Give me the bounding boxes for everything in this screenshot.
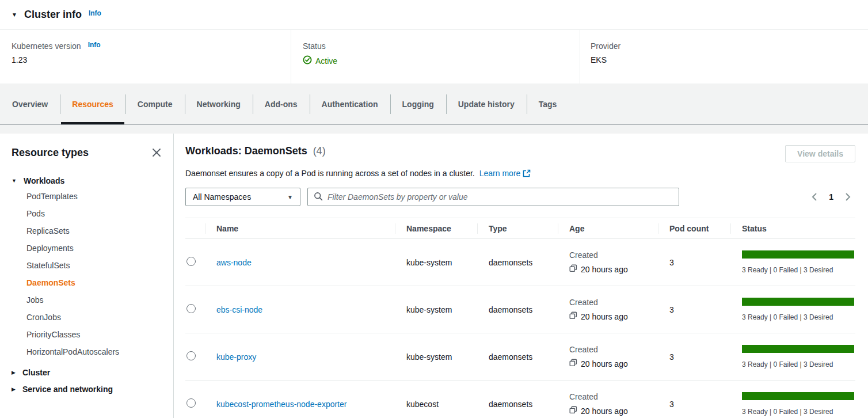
cluster-info-header: ▼ Cluster info Info (0, 0, 868, 30)
table-row: aws-node kube-system daemonsets Created … (185, 239, 855, 286)
status-value: Active (315, 56, 337, 66)
copy-icon[interactable] (569, 311, 577, 321)
check-circle-icon (303, 55, 312, 66)
resource-types-panel: Resource types ▼ Workloads PodTemplates … (0, 134, 174, 418)
sidebar-item[interactable]: Deployments (26, 240, 163, 257)
column-header-status[interactable]: Status (730, 218, 855, 239)
tab[interactable]: Update history (446, 83, 527, 124)
daemonsets-table: Name Namespace Type Age Pod count Status… (185, 218, 855, 418)
provider-field: Provider EKS (580, 30, 868, 83)
kubernetes-version-field: Kubernetes version Info 1.23 (0, 30, 291, 83)
tab[interactable]: Tags (527, 83, 569, 124)
chevron-down-icon: ▼ (287, 194, 293, 200)
copy-icon[interactable] (569, 406, 577, 416)
status-text: 3 Ready | 0 Failed | 3 Desired (742, 408, 855, 416)
namespace-select-value: All Namespaces (193, 192, 251, 202)
status-bar (742, 250, 854, 259)
daemonset-name-link[interactable]: kube-proxy (216, 352, 256, 362)
search-icon (314, 192, 323, 203)
sidebar-item[interactable]: StatefulSets (26, 257, 163, 274)
type-cell: daemonsets (489, 352, 532, 362)
panel-title: Workloads: DaemonSets (185, 145, 307, 157)
resource-tree: ▼ Workloads PodTemplates Pods ReplicaSet… (12, 176, 163, 394)
previous-page-icon[interactable] (810, 192, 818, 202)
sidebar-item[interactable]: PodTemplates (26, 188, 163, 205)
workloads-items: PodTemplates Pods ReplicaSets Deployment… (26, 188, 163, 360)
panel-description: Daemonset ensures a copy of a Pod is run… (185, 168, 855, 178)
tab[interactable]: Add-ons (253, 83, 310, 124)
row-radio-button[interactable] (186, 304, 196, 313)
row-radio-button[interactable] (186, 351, 196, 360)
sidebar-item[interactable]: Jobs (26, 291, 163, 309)
daemonset-name-link[interactable]: ebs-csi-node (216, 305, 262, 314)
overview-panel: Kubernetes version Info 1.23 Status Acti… (0, 30, 868, 83)
status-text: 3 Ready | 0 Failed | 3 Desired (742, 266, 855, 274)
namespace-cell: kube-system (406, 305, 452, 314)
daemonset-name-link[interactable]: kubecost-prometheus-node-exporter (216, 400, 347, 409)
next-page-icon[interactable] (844, 192, 852, 202)
tab[interactable]: Overview (0, 83, 60, 124)
column-header-pod-count[interactable]: Pod count (658, 218, 730, 239)
column-header-namespace[interactable]: Namespace (395, 218, 477, 239)
kubernetes-version-info-link[interactable]: Info (88, 41, 101, 49)
pod-count-cell: 3 (669, 352, 674, 362)
tab[interactable]: Resources (60, 83, 125, 124)
sidebar-item[interactable]: HorizontalPodAutoscalers (26, 343, 163, 360)
copy-icon[interactable] (569, 359, 577, 368)
filter-search-box[interactable] (307, 188, 679, 206)
collapsed-groups: ▶ Cluster ▶ Service and networking (12, 368, 163, 394)
age-value: 20 hours ago (581, 406, 628, 416)
table-header-row: Name Namespace Type Age Pod count Status (185, 218, 855, 239)
copy-icon[interactable] (569, 264, 577, 274)
page-title: Cluster info (24, 9, 82, 21)
daemonsets-panel: Workloads: DaemonSets (4) View details D… (174, 134, 868, 418)
external-link-icon (523, 170, 531, 179)
sidebar-group[interactable]: ▶ Cluster (12, 368, 163, 377)
namespace-cell: kube-system (406, 258, 452, 267)
workloads-group-label: Workloads (24, 176, 64, 185)
collapse-caret-icon[interactable]: ▼ (12, 12, 17, 18)
namespace-select[interactable]: All Namespaces ▼ (185, 188, 300, 206)
provider-value: EKS (591, 55, 868, 64)
sidebar-group[interactable]: ▶ Service and networking (12, 385, 163, 394)
sidebar-item[interactable]: PriorityClasses (26, 326, 163, 343)
type-cell: daemonsets (489, 305, 532, 314)
row-radio-button[interactable] (186, 398, 196, 408)
pod-count-cell: 3 (669, 400, 674, 409)
cluster-info-info-link[interactable]: Info (89, 9, 101, 17)
status-bar (742, 392, 854, 400)
tab[interactable]: Networking (185, 83, 253, 124)
age-value: 20 hours ago (581, 359, 628, 368)
filter-input[interactable] (328, 192, 673, 202)
pagination: 1 (810, 192, 855, 202)
resource-types-title: Resource types (12, 147, 89, 159)
column-header-type[interactable]: Type (477, 218, 558, 239)
learn-more-link[interactable]: Learn more (479, 169, 521, 178)
sidebar-item[interactable]: CronJobs (26, 309, 163, 326)
sidebar-item[interactable]: ReplicaSets (26, 222, 163, 240)
tab[interactable]: Compute (125, 83, 185, 124)
expand-caret-icon: ▶ (12, 370, 16, 375)
age-label: Created (569, 345, 658, 354)
namespace-cell: kube-system (406, 352, 452, 362)
sidebar-item[interactable]: DaemonSets (26, 274, 163, 291)
status-field: Status Active (291, 30, 580, 83)
sidebar-item[interactable]: Pods (26, 205, 163, 222)
close-icon[interactable] (150, 146, 163, 159)
sidebar-group-workloads[interactable]: ▼ Workloads (12, 176, 163, 185)
tab[interactable]: Logging (390, 83, 446, 124)
current-page[interactable]: 1 (829, 192, 833, 202)
panel-heading: Workloads: DaemonSets (4) (185, 145, 326, 157)
row-radio-button[interactable] (186, 257, 196, 266)
status-label: Status (303, 41, 326, 51)
workloads-caret-icon: ▼ (12, 178, 17, 184)
column-header-age[interactable]: Age (558, 218, 658, 239)
pod-count-cell: 3 (669, 258, 674, 267)
pod-count-cell: 3 (669, 305, 674, 314)
column-header-name[interactable]: Name (205, 218, 395, 239)
tab-list: Overview Resources Compute Networking Ad… (0, 83, 868, 125)
daemonset-name-link[interactable]: aws-node (216, 258, 252, 267)
tab[interactable]: Authentication (310, 83, 390, 124)
view-details-button[interactable]: View details (785, 145, 855, 162)
provider-label: Provider (591, 41, 620, 51)
